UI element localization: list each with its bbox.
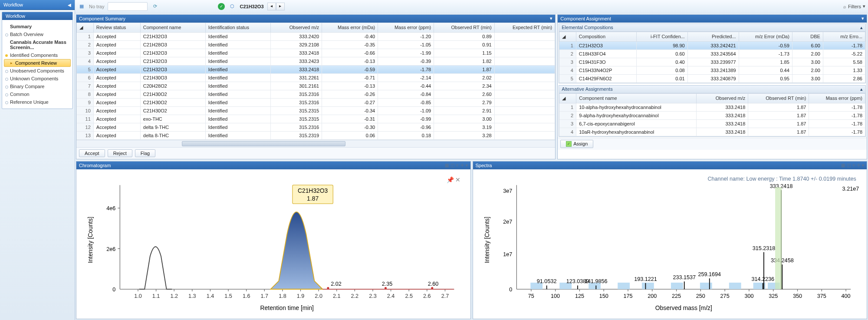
plate-icon[interactable]: ▦ bbox=[78, 3, 85, 10]
table-row[interactable]: 110-alpha-hydroxyhexahydrocannabinol333.… bbox=[559, 103, 865, 111]
table-row[interactable]: 11Acceptedexo-THCIdentified315.2315-0.31… bbox=[77, 115, 555, 123]
chromatogram-chart[interactable]: 📌 ✕ 0 2e6 4e6 1.01.11.21.31.41.51.61.71.… bbox=[76, 169, 470, 319]
chart-tool-icon[interactable]: ≡ bbox=[456, 163, 459, 168]
accept-button[interactable]: Accept bbox=[79, 149, 105, 157]
app-root: Workflow ◀ Workflow SummaryBatch Overvie… bbox=[0, 0, 868, 320]
tray-select[interactable] bbox=[108, 2, 148, 11]
component-summary-table-wrap[interactable]: ◢Review statusComponent nameIdentificati… bbox=[76, 23, 555, 140]
spectra-chart[interactable]: Channel name: Low energy : Time 1.8740 +… bbox=[473, 169, 867, 319]
table-row[interactable]: 1AcceptedC21H32O3Identified333.2420-0.40… bbox=[77, 32, 555, 40]
table-row[interactable]: 4C15H33N4O2P0.08333.2413890.442.001.33 bbox=[559, 66, 865, 74]
chevron-down-icon: ▾ bbox=[863, 3, 865, 9]
table-row[interactable]: 36,7-cis-epoxycannabigerol333.24181.87-1… bbox=[559, 119, 865, 128]
svg-text:375: 375 bbox=[817, 293, 826, 299]
panel-expand-icon[interactable]: ▾ bbox=[861, 16, 864, 21]
summary-hscroll[interactable] bbox=[76, 140, 555, 147]
svg-text:175: 175 bbox=[623, 293, 632, 299]
svg-text:233.1537: 233.1537 bbox=[673, 274, 696, 280]
table-row[interactable]: 6AcceptedC21H30O3Identified331.2261-0.71… bbox=[77, 73, 555, 82]
component-assignment-title: Component Assignment bbox=[560, 16, 611, 21]
alternative-assignments-title: Alternative Assignments bbox=[562, 86, 612, 92]
flag-button[interactable]: Flag bbox=[135, 149, 155, 157]
panel-expand-icon[interactable]: ▾ bbox=[862, 163, 864, 168]
sidebar-item[interactable]: Binary Compare bbox=[4, 82, 71, 90]
chart-tool-icon[interactable]: ▦ bbox=[841, 163, 845, 168]
table-row[interactable]: 2C18H33FO40.60333.243564-1.732.00-5.22 bbox=[559, 49, 865, 58]
svg-text:2.3: 2.3 bbox=[369, 293, 377, 299]
chrom-label-rt: 1.87 bbox=[307, 195, 319, 201]
sidebar-item[interactable]: Common bbox=[4, 90, 71, 98]
svg-text:2.2: 2.2 bbox=[351, 293, 359, 299]
record-spinner[interactable]: ◂▸ bbox=[267, 3, 285, 10]
spectra-panel: Spectra ▦ ◫ ≡ ✛ ▾ Channel name: Low ener… bbox=[473, 161, 868, 319]
svg-text:2.6: 2.6 bbox=[423, 293, 431, 299]
pin-icon[interactable]: 📌 ✕ bbox=[447, 176, 461, 184]
svg-text:300: 300 bbox=[744, 293, 753, 299]
svg-text:275: 275 bbox=[720, 293, 729, 299]
spectra-title: Spectra bbox=[476, 163, 492, 168]
svg-text:1.0: 1.0 bbox=[134, 293, 142, 299]
svg-text:1.5: 1.5 bbox=[224, 293, 232, 299]
alternative-assignments-panel: Alternative Assignments ▴ ◢Component nam… bbox=[559, 85, 866, 137]
table-row[interactable]: 8AcceptedC21H30O2Identified315.2316-0.26… bbox=[77, 90, 555, 98]
svg-text:1.9: 1.9 bbox=[297, 293, 305, 299]
svg-text:1.4: 1.4 bbox=[207, 293, 214, 299]
sidebar-item[interactable]: Component Review bbox=[4, 59, 71, 67]
panel-expand-icon[interactable]: ▾ bbox=[550, 16, 552, 21]
svg-text:150: 150 bbox=[599, 293, 608, 299]
svg-text:225: 225 bbox=[672, 293, 681, 299]
chart-tool-icon[interactable]: ✛ bbox=[460, 163, 464, 168]
alternative-assignments-table[interactable]: ◢Component nameObserved m/zObserved RT (… bbox=[559, 93, 865, 136]
table-row[interactable]: 9AcceptedC21H30O2Identified315.2316-0.27… bbox=[77, 98, 555, 106]
svg-rect-89 bbox=[729, 283, 741, 289]
svg-point-44 bbox=[327, 287, 329, 289]
sidebar-item[interactable]: Reference Unique bbox=[4, 98, 71, 106]
table-row[interactable]: 10AcceptedC21H30O2Identified315.2315-0.3… bbox=[77, 106, 555, 115]
reject-button[interactable]: Reject bbox=[108, 149, 132, 157]
svg-text:2.5: 2.5 bbox=[405, 293, 413, 299]
svg-point-45 bbox=[385, 287, 387, 289]
workflow-bar[interactable]: Workflow ◀ bbox=[0, 0, 75, 10]
workflow-nav-head: Workflow bbox=[2, 12, 72, 20]
sidebar-item[interactable]: Batch Overview bbox=[4, 30, 71, 38]
spectra-yexp: 3.21e7 bbox=[842, 186, 859, 192]
sidebar-item[interactable]: Unknown Components bbox=[4, 75, 71, 82]
table-row[interactable]: 3C19H31F3O0.40333.2399771.853.005.58 bbox=[559, 58, 865, 66]
svg-text:350: 350 bbox=[792, 293, 802, 299]
panel-expand-icon[interactable]: ▾ bbox=[466, 163, 468, 168]
collapse-icon[interactable]: ▴ bbox=[860, 25, 863, 30]
collapse-icon[interactable]: ◀ bbox=[68, 3, 71, 7]
svg-text:314.2236: 314.2236 bbox=[751, 276, 774, 282]
svg-text:325: 325 bbox=[769, 293, 778, 299]
table-row[interactable]: 4AcceptedC21H32O3Identified333.2423-0.13… bbox=[77, 57, 555, 65]
chart-tool-icon[interactable]: ≡ bbox=[852, 163, 855, 168]
chart-tool-icon[interactable]: ◫ bbox=[450, 163, 454, 168]
chart-tool-icon[interactable]: ◫ bbox=[847, 163, 851, 168]
elemental-compositions-table[interactable]: ◢Compositioni-FIT Confiden...Predicted..… bbox=[559, 32, 865, 83]
sidebar-item[interactable]: Identified Components bbox=[4, 51, 71, 59]
svg-text:125: 125 bbox=[575, 293, 584, 299]
collapse-icon[interactable]: ▴ bbox=[860, 86, 863, 92]
refresh-icon[interactable]: ⟳ bbox=[151, 3, 159, 10]
sidebar-item[interactable]: Cannabis Accurate Mass Screenin... bbox=[4, 38, 71, 51]
sidebar-item[interactable]: Summary bbox=[4, 23, 71, 30]
table-row[interactable]: 12Accepteddelta 9-THCIdentified315.2316-… bbox=[77, 123, 555, 131]
svg-text:75: 75 bbox=[528, 293, 534, 299]
component-summary-panel: Component Summary ▾ ◢Review statusCompon… bbox=[76, 14, 556, 159]
chart-tool-icon[interactable]: ✛ bbox=[857, 163, 860, 168]
table-row[interactable]: 1C21H32O398.90333.242421-0.596.00-1.78 bbox=[559, 41, 865, 49]
chart-tool-icon[interactable]: ▦ bbox=[445, 163, 449, 168]
sidebar-item[interactable]: Unobserved Components bbox=[4, 67, 71, 75]
table-row[interactable]: 2AcceptedC21H28O3Identified329.2108-0.35… bbox=[77, 40, 555, 49]
table-row[interactable]: 3AcceptedC21H32O3Identified333.2418-0.66… bbox=[77, 49, 555, 57]
filters-button[interactable]: ⌕ Filters ▾ bbox=[843, 3, 865, 9]
table-row[interactable]: 29-alpha-hydroxyhexahydrocannabinol333.2… bbox=[559, 111, 865, 119]
check-icon: ✓ bbox=[566, 141, 572, 147]
assign-button[interactable]: ✓ Assign bbox=[560, 140, 593, 148]
table-row[interactable]: 5C14H29FN6O20.01333.2408790.953.002.86 bbox=[559, 74, 865, 82]
table-row[interactable]: 13Accepteddelta 8-THCIdentified315.23190… bbox=[77, 131, 555, 139]
svg-text:1.2: 1.2 bbox=[170, 293, 178, 299]
table-row[interactable]: 7AcceptedC20H28O2Identified301.2161-0.13… bbox=[77, 82, 555, 90]
table-row[interactable]: 410aR-hydroxyhexahydrocannabinol333.2418… bbox=[559, 128, 865, 136]
table-row[interactable]: 5AcceptedC21H32O3Identified333.2418-0.59… bbox=[77, 65, 555, 73]
